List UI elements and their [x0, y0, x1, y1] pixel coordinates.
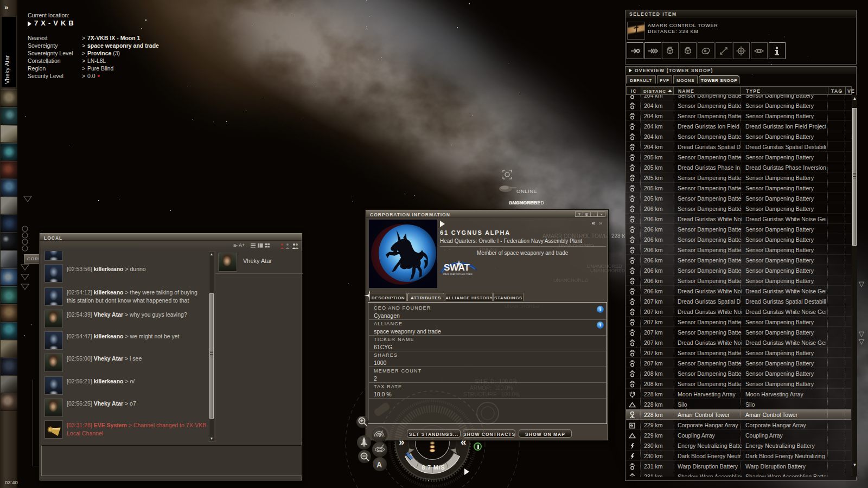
svg-text:A: A	[376, 460, 382, 469]
svg-text:SPACE WEAPONRY AND TRADE: SPACE WEAPONRY AND TRADE	[443, 273, 473, 275]
